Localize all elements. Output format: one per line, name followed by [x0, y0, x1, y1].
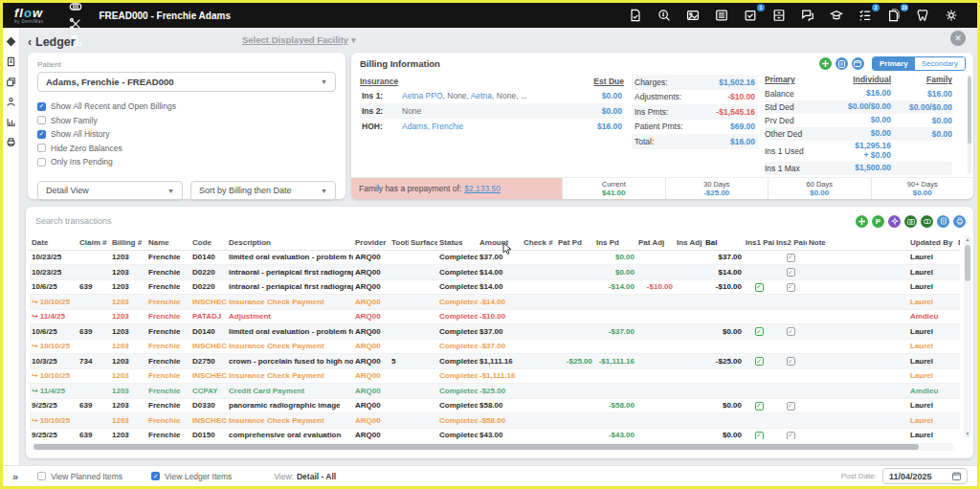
- view-planned-items-checkbox[interactable]: View Planned Items: [37, 472, 122, 481]
- filter-hide-zero-balances[interactable]: Hide Zero Balances: [37, 142, 336, 156]
- transaction-row[interactable]: ↪10/10/25 1203FrenchieINSCHECK Insurance…: [30, 368, 960, 384]
- checkbox-icon[interactable]: ✓: [37, 102, 46, 111]
- primary-tab[interactable]: Primary: [873, 57, 915, 70]
- cabinet-icon[interactable]: [768, 7, 791, 24]
- column-header-code[interactable]: Code: [190, 235, 227, 250]
- column-header-ins2-paid[interactable]: Ins2 Paid: [774, 235, 807, 250]
- ins2-paid-checkbox[interactable]: ✓: [787, 327, 795, 336]
- checkbox-icon[interactable]: [37, 158, 46, 167]
- column-header-ins-pd[interactable]: Ins Pd: [594, 235, 636, 250]
- settings-icon[interactable]: [940, 7, 963, 24]
- secondary-tab[interactable]: Secondary: [915, 57, 965, 70]
- column-header-status[interactable]: Status: [437, 235, 478, 250]
- filter-only-ins-pending[interactable]: Only Ins Pending: [37, 155, 336, 169]
- person-icon[interactable]: [6, 96, 17, 107]
- column-header-bal[interactable]: Bal: [703, 235, 744, 250]
- filter-show-all-recent-and-open-billings[interactable]: ✓ Show All Recent and Open Billings: [37, 100, 336, 114]
- tooth-icon[interactable]: [911, 7, 934, 24]
- column-header-tooth[interactable]: Tooth: [390, 235, 409, 250]
- insurance-row[interactable]: HOH: Adams, Frenchie $16.00: [360, 119, 624, 134]
- imaging-icon[interactable]: [681, 7, 704, 24]
- printer-icon[interactable]: [6, 136, 17, 147]
- transaction-row[interactable]: 10/6/25 6391203FrenchieD0220 intraoral -…: [30, 279, 960, 295]
- column-header-billing-[interactable]: Billing #: [110, 235, 146, 250]
- diamond-icon[interactable]: [6, 35, 17, 47]
- horizontal-scrollbar[interactable]: [32, 443, 954, 451]
- payment-button[interactable]: P: [872, 215, 884, 228]
- transaction-row[interactable]: 9/25/25 6391203FrenchieD0150 comprehensi…: [30, 428, 960, 439]
- individual-column-header[interactable]: Individual: [828, 75, 891, 87]
- procedures-icon[interactable]: [64, 15, 87, 33]
- prepayment-amount-link[interactable]: $2,133.50: [464, 184, 501, 193]
- ins2-paid-checkbox[interactable]: ✓: [787, 402, 795, 411]
- ins1-paid-checkbox[interactable]: ✓: [755, 327, 764, 336]
- checkbox-icon[interactable]: ✓: [151, 472, 160, 480]
- transaction-row[interactable]: ↪11/4/25 1203FrenchiePATADJ AdjustmentAR…: [30, 309, 960, 324]
- close-button[interactable]: ✕: [950, 31, 966, 46]
- insurance-row[interactable]: Ins 1: Aetna PPO, None, Aetna, None, ...…: [360, 88, 624, 103]
- checkbox-icon[interactable]: [37, 116, 46, 124]
- add-payment-button[interactable]: [819, 57, 832, 70]
- view-ledger-items-checkbox[interactable]: ✓ View Ledger Items: [151, 472, 232, 481]
- column-header-di[interactable]: Di: [956, 235, 960, 250]
- column-header-surface[interactable]: Surface: [409, 235, 437, 250]
- transaction-row[interactable]: 10/23/25 1203FrenchieD0220 intraoral - p…: [30, 265, 960, 280]
- transaction-row[interactable]: 10/3/25 7341203FrenchieD2750 crown - por…: [30, 354, 960, 369]
- document-check-icon[interactable]: [624, 7, 647, 24]
- ins2-paid-checkbox[interactable]: ✓: [787, 268, 795, 277]
- deductibles-scrollbar[interactable]: [968, 75, 971, 174]
- column-header-ins-adj[interactable]: Ins Adj: [675, 235, 703, 250]
- facility-selector[interactable]: Select Displayed Facility▾: [242, 34, 356, 45]
- note-icon[interactable]: [6, 56, 17, 67]
- column-header-name[interactable]: Name: [146, 235, 190, 250]
- transaction-row[interactable]: ↪11/4/25 1203FrenchieCCPAY Credit Card P…: [30, 384, 960, 399]
- column-header-description[interactable]: Description: [227, 235, 353, 250]
- list-icon[interactable]: [710, 7, 733, 24]
- back-chevron-icon[interactable]: ‹: [28, 35, 32, 49]
- calendar-check-icon[interactable]: 1: [739, 7, 762, 24]
- column-header-date[interactable]: Date: [30, 235, 78, 250]
- ins2-paid-checkbox[interactable]: ✓: [787, 283, 795, 292]
- insurance-column-header[interactable]: Insurance: [360, 77, 398, 86]
- checklist-icon[interactable]: 2: [854, 7, 877, 24]
- insurance-row[interactable]: Ins 2: None $0.00: [360, 103, 624, 119]
- statement-button[interactable]: [835, 57, 848, 70]
- post-date-field[interactable]: [882, 468, 968, 484]
- add-button[interactable]: [856, 215, 868, 228]
- expand-icon[interactable]: »: [12, 471, 18, 482]
- ins2-paid-checkbox[interactable]: ✓: [787, 432, 795, 440]
- filter-show-all-history[interactable]: ✓ Show All History: [37, 127, 336, 142]
- transaction-row[interactable]: ↪10/10/25 1203FrenchieINSCHECK Insurance…: [30, 413, 960, 429]
- patient-select[interactable]: Adams, Frenchie - FREAD000▼: [37, 72, 336, 92]
- search-input[interactable]: [33, 213, 359, 229]
- checkbox-icon[interactable]: ✓: [37, 130, 46, 139]
- column-header-amount[interactable]: Amount: [478, 235, 522, 250]
- document-button[interactable]: [937, 215, 949, 228]
- column-header-ins1-paid[interactable]: Ins1 Paid: [744, 235, 774, 250]
- checkbox-icon[interactable]: [37, 144, 46, 152]
- primary-column-header[interactable]: Primary: [765, 75, 795, 87]
- checkbox-icon[interactable]: [37, 472, 46, 480]
- graduation-cap-icon[interactable]: [825, 7, 848, 24]
- settings-button[interactable]: [888, 215, 901, 228]
- camera-button[interactable]: [904, 215, 917, 228]
- ins1-paid-checkbox[interactable]: ✓: [755, 432, 764, 440]
- chart-icon[interactable]: [6, 116, 17, 127]
- payment-card-button[interactable]: [852, 57, 864, 70]
- column-header-pat-adj[interactable]: Pat Adj: [636, 235, 675, 250]
- post-date-input[interactable]: [889, 472, 945, 481]
- sort-mode-select[interactable]: Sort by Billing then Date▼: [190, 181, 336, 201]
- transaction-row[interactable]: 9/25/25 6391203FrenchieD0330 panoramic r…: [30, 398, 960, 413]
- column-header-claim-[interactable]: Claim #: [78, 235, 110, 250]
- dentures-icon[interactable]: [64, 0, 87, 15]
- chat-icon[interactable]: [796, 7, 819, 24]
- column-header-updated-by[interactable]: Updated By: [908, 235, 956, 250]
- pill-button[interactable]: [921, 215, 933, 228]
- est-due-column-header[interactable]: Est Due: [593, 77, 624, 86]
- transaction-row[interactable]: ↪10/10/25 1203FrenchieINSCHECK Insurance…: [30, 295, 960, 310]
- vertical-scrollbar[interactable]: ▲▼: [964, 235, 971, 437]
- stack-icon[interactable]: [6, 76, 17, 87]
- view-mode-select[interactable]: Detail View▼: [37, 181, 183, 201]
- column-header-pat-pd[interactable]: Pat Pd: [556, 235, 594, 250]
- family-column-header[interactable]: Family: [891, 75, 952, 87]
